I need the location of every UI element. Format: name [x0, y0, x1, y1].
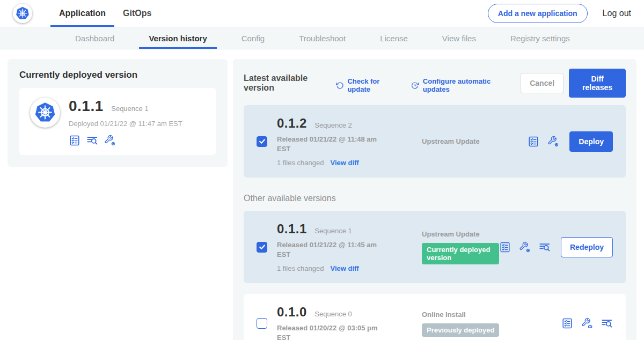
source-label: Online Install — [422, 311, 561, 319]
preflight-checks-icon[interactable] — [561, 317, 573, 329]
released-timestamp: Released 01/20/22 @ 03:05 pm EST — [277, 323, 391, 340]
view-files-icon[interactable] — [601, 317, 613, 329]
preflight-checks-icon[interactable] — [499, 241, 511, 253]
app-nav: Application GitOps — [50, 0, 160, 27]
subnav-tab-dashboard[interactable]: Dashboard — [58, 27, 131, 49]
version-card-0-1-0: 0.1.0 Sequence 0 Released 01/20/22 @ 03:… — [244, 294, 626, 340]
version-history-panel: Latest available version Check for updat… — [233, 59, 636, 340]
files-changed-label: 1 files changed — [277, 264, 324, 272]
header-actions: Add a new application Log out — [488, 0, 631, 27]
kubernetes-logo-icon — [13, 4, 32, 23]
version-card-0-1-1: 0.1.1 Sequence 1 Released 01/21/22 @ 11:… — [244, 211, 626, 283]
version-checkbox[interactable] — [257, 318, 267, 329]
redeploy-button[interactable]: Redeploy — [561, 237, 613, 257]
edit-config-icon[interactable] — [547, 136, 559, 147]
subnav-tab-license[interactable]: License — [363, 27, 425, 49]
tab-application-label: Application — [59, 9, 106, 18]
edit-config-icon[interactable] — [104, 135, 116, 146]
subnav-label: View files — [442, 34, 476, 43]
deployed-actions — [69, 135, 182, 146]
version-info: 0.1.1 Sequence 1 Released 01/21/22 @ 11:… — [277, 221, 391, 272]
subnav-label: Registry settings — [510, 34, 570, 43]
released-timestamp: Released 01/21/22 @ 11:45 am EST — [277, 240, 391, 259]
subnav-label: Config — [241, 34, 265, 43]
version-info: 0.1.0 Sequence 0 Released 01/20/22 @ 03:… — [277, 305, 391, 340]
version-actions: Deploy — [528, 131, 613, 152]
currently-deployed-panel: Currently deployed version 0 — [8, 59, 228, 167]
tab-application[interactable]: Application — [50, 0, 114, 27]
version-source: Upstream Update — [391, 137, 528, 145]
checkmark-icon — [259, 138, 266, 145]
subnav-tab-config[interactable]: Config — [224, 27, 282, 49]
auto-update-clock-icon — [411, 81, 419, 90]
version-card-0-1-2: 0.1.2 Sequence 2 Released 01/21/22 @ 11:… — [244, 105, 626, 178]
files-changed-label: 1 files changed — [277, 159, 324, 167]
preflight-checks-icon[interactable] — [528, 136, 539, 147]
tab-gitops-label: GitOps — [123, 9, 151, 18]
subnav-tab-version-history[interactable]: Version history — [131, 27, 224, 49]
checkmark-icon — [259, 243, 266, 250]
latest-version-header: Latest available version Check for updat… — [244, 69, 626, 98]
version-source: Online Install Previously deployed — [391, 311, 561, 337]
deployed-version-number: 0.1.1 — [69, 98, 104, 114]
view-files-icon[interactable] — [539, 241, 551, 253]
configure-automatic-updates-link[interactable]: Configure automatic updates — [411, 77, 506, 93]
subnav-label: Version history — [149, 34, 207, 43]
deployed-version-card: 0.1.1 Sequence 1 Deployed 01/21/22 @ 11:… — [19, 88, 216, 155]
view-diff-link[interactable]: View diff — [330, 264, 358, 272]
view-diff-link[interactable]: View diff — [330, 159, 358, 167]
subnav-tab-troubleshoot[interactable]: Troubleshoot — [282, 27, 363, 49]
subnav-label: Troubleshoot — [299, 34, 346, 43]
cancel-button[interactable]: Cancel — [521, 73, 564, 93]
preflight-checks-icon[interactable] — [69, 135, 80, 146]
version-actions — [561, 317, 613, 329]
sequence-label: Sequence 0 — [314, 310, 352, 318]
diff-releases-button[interactable]: Diff releases — [569, 69, 626, 98]
files-changed-row: 1 files changed View diff — [277, 159, 391, 167]
add-application-button[interactable]: Add a new application — [488, 4, 588, 23]
edit-config-icon[interactable] — [519, 241, 531, 253]
released-timestamp: Released 01/21/22 @ 11:48 am EST — [277, 135, 391, 153]
sequence-label: Sequence 1 — [314, 227, 352, 235]
configure-automatic-updates-label: Configure automatic updates — [423, 77, 506, 93]
version-checkbox[interactable] — [257, 136, 267, 147]
version-number: 0.1.0 — [277, 305, 307, 319]
deployed-timestamp: Deployed 01/21/22 @ 11:47 am EST — [69, 120, 182, 128]
app-subnav: Dashboard Version history Config Trouble… — [0, 27, 644, 49]
tab-gitops[interactable]: GitOps — [114, 0, 160, 27]
subnav-tab-registry-settings[interactable]: Registry settings — [493, 27, 587, 49]
deploy-button[interactable]: Deploy — [569, 131, 613, 152]
latest-version-title: Latest available version — [244, 73, 327, 93]
check-for-update-link[interactable]: Check for update — [336, 77, 396, 93]
files-changed-row: 1 files changed View diff — [277, 264, 391, 272]
refresh-icon — [336, 81, 344, 90]
app-header: Application GitOps Add a new application… — [0, 0, 644, 27]
subnav-tab-view-files[interactable]: View files — [425, 27, 493, 49]
version-number: 0.1.1 — [277, 221, 307, 236]
version-source: Upstream Update Currently deployed versi… — [391, 230, 499, 264]
subnav-label: License — [380, 34, 408, 43]
logout-link[interactable]: Log out — [603, 9, 631, 18]
source-label: Upstream Update — [422, 137, 528, 145]
main-content: Currently deployed version 0 — [0, 49, 644, 340]
currently-deployed-title: Currently deployed version — [19, 70, 216, 80]
check-for-update-label: Check for update — [347, 77, 396, 93]
other-versions-title: Other available versions — [244, 194, 626, 203]
version-number: 0.1.2 — [277, 116, 307, 130]
previously-deployed-badge: Previously deployed — [422, 323, 499, 337]
currently-deployed-badge: Currently deployed version — [422, 243, 499, 264]
subnav-label: Dashboard — [75, 34, 114, 43]
sequence-label: Sequence 2 — [314, 121, 352, 129]
version-info: 0.1.2 Sequence 2 Released 01/21/22 @ 11:… — [277, 116, 391, 167]
source-label: Upstream Update — [422, 230, 499, 238]
view-files-icon[interactable] — [86, 135, 98, 146]
version-checkbox[interactable] — [257, 242, 267, 253]
deployed-sequence-label: Sequence 1 — [111, 105, 148, 113]
kubernetes-app-icon — [30, 98, 60, 128]
version-actions: Redeploy — [499, 237, 613, 257]
view-config-icon[interactable] — [581, 317, 593, 329]
